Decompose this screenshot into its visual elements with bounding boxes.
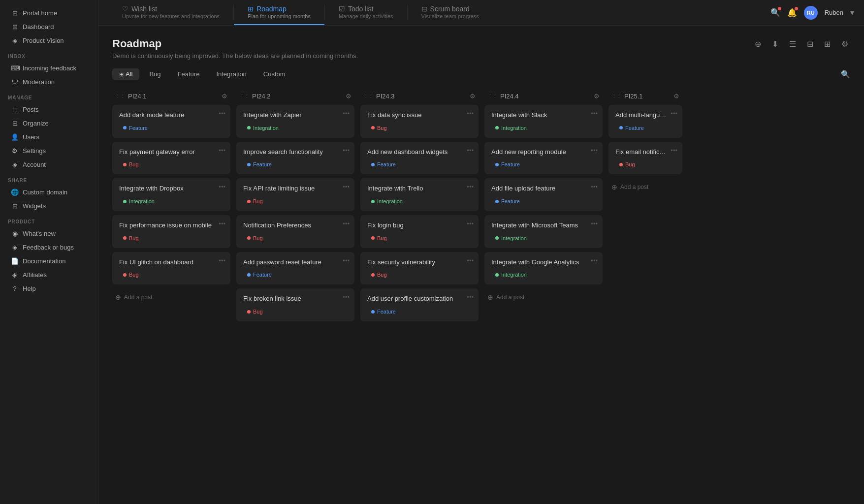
card-c9[interactable]: ••• Notification Preferences Bug (236, 215, 354, 248)
card-c20[interactable]: ••• Add file upload feature Feature (484, 178, 603, 211)
card-menu-c15[interactable]: ••• (467, 220, 474, 227)
card-menu-c5[interactable]: ••• (219, 257, 225, 264)
card-c22[interactable]: ••• Integrate with Google Analytics Inte… (484, 252, 603, 285)
sidebar-item-documentation[interactable]: 📄Documentation (3, 254, 95, 268)
nav-tab-todo-list[interactable]: ☑ Todo listManage daily activities (325, 0, 407, 25)
sidebar-item-affiliates[interactable]: ◈Affiliates (3, 268, 95, 282)
card-menu-c16[interactable]: ••• (467, 257, 474, 264)
card-c12[interactable]: ••• Fix data sync issue Bug (360, 105, 479, 138)
column-settings-icon-pi24-1[interactable]: ⚙ (222, 93, 227, 100)
user-dropdown-chevron-icon[interactable]: ▾ (850, 8, 854, 17)
sidebar-item-dashboard[interactable]: ⊟Dashboard (3, 20, 95, 33)
card-menu-c7[interactable]: ••• (343, 147, 350, 154)
card-c5[interactable]: ••• Fix UI glitch on dashboard Bug (112, 252, 230, 285)
card-menu-c13[interactable]: ••• (467, 147, 474, 154)
column-settings-icon-pi25-1[interactable]: ⚙ (673, 93, 679, 100)
grid-view-icon[interactable]: ⊞ (822, 37, 832, 51)
list-view-icon[interactable]: ☰ (787, 37, 798, 51)
card-c15[interactable]: ••• Fix login bug Bug (360, 215, 479, 248)
filter-tag-feature[interactable]: Feature (171, 68, 207, 80)
card-c1[interactable]: ••• Add dark mode feature Feature (112, 105, 230, 138)
card-menu-c20[interactable]: ••• (591, 183, 598, 190)
card-c3[interactable]: ••• Integrate with Dropbox Integration (112, 178, 230, 211)
card-menu-c4[interactable]: ••• (219, 220, 225, 227)
sidebar-item-posts[interactable]: ◻Posts (3, 103, 95, 116)
card-menu-c21[interactable]: ••• (591, 220, 598, 227)
sidebar-item-incoming-feedback[interactable]: ⌨Incoming feedback (3, 62, 95, 75)
sidebar-item-custom-domain[interactable]: 🌐Custom domain (3, 186, 95, 199)
sidebar-item-moderation[interactable]: 🛡Moderation (3, 75, 95, 89)
card-tag-c13: Feature (367, 160, 400, 168)
card-c6[interactable]: ••• Integrate with Zapier Integration (236, 105, 354, 138)
card-c4[interactable]: ••• Fix performance issue on mobile Bug (112, 215, 230, 248)
card-c8[interactable]: ••• Fix API rate limiting issue Bug (236, 178, 354, 211)
column-settings-icon-pi24-4[interactable]: ⚙ (594, 93, 600, 100)
sidebar-item-help[interactable]: ?Help (3, 282, 95, 295)
card-c7[interactable]: ••• Improve search functionality Feature (236, 142, 354, 175)
column-settings-icon-pi24-3[interactable]: ⚙ (470, 93, 476, 100)
card-c17[interactable]: ••• Add user profile customization Featu… (360, 288, 479, 321)
card-c14[interactable]: ••• Integrate with Trello Integration (360, 178, 479, 211)
sidebar-item-feedback-or-bugs[interactable]: ◈Feedback or bugs (3, 241, 95, 254)
card-menu-c18[interactable]: ••• (591, 110, 598, 117)
filter-tag-custom[interactable]: Custom (256, 68, 292, 80)
card-c24[interactable]: ••• Fix email notification bug Bug (608, 142, 682, 175)
add-post-btn-pi25-1[interactable]: ⊕Add a post (608, 179, 682, 195)
filter-tag-all[interactable]: ⊞All (112, 68, 139, 80)
sidebar-item-widgets[interactable]: ⊟Widgets (3, 199, 95, 213)
sidebar-item-portal-home[interactable]: ⊞Portal home (3, 6, 95, 20)
card-c11[interactable]: ••• Fix broken link issue Bug (236, 288, 354, 321)
card-menu-c22[interactable]: ••• (591, 257, 598, 264)
add-post-btn-pi24-4[interactable]: ⊕Add a post (484, 289, 603, 305)
add-icon[interactable]: ⊕ (753, 37, 763, 51)
sidebar-item-users[interactable]: 👤Users (3, 130, 95, 144)
sidebar-item-organize[interactable]: ⊞Organize (3, 117, 95, 130)
card-menu-c6[interactable]: ••• (343, 110, 350, 117)
card-c16[interactable]: ••• Fix security vulnerability Bug (360, 252, 479, 285)
card-menu-c11[interactable]: ••• (343, 293, 350, 301)
filter-tag-bug[interactable]: Bug (142, 68, 167, 80)
card-menu-c19[interactable]: ••• (591, 147, 598, 154)
column-header-pi25-1: ⋮⋮ PI25.1 ⚙ (608, 89, 682, 105)
download-icon[interactable]: ⬇ (770, 37, 780, 51)
settings-icon[interactable]: ⚙ (839, 37, 850, 51)
card-menu-c12[interactable]: ••• (467, 110, 474, 117)
card-menu-c24[interactable]: ••• (671, 147, 677, 154)
nav-tab-roadmap[interactable]: ⊞ RoadmapPlan for upcoming months (234, 0, 324, 25)
sidebar-item-whats-new[interactable]: ◉What's new (3, 227, 95, 240)
card-tag-c17: Feature (367, 308, 400, 315)
card-c21[interactable]: ••• Integrate with Microsoft Teams Integ… (484, 215, 603, 248)
nav-tab-scrum-board[interactable]: ⊟ Scrum boardVisualize team progress (408, 0, 493, 25)
nav-tab-wish-list[interactable]: ♡ Wish listUpvote for new features and i… (108, 0, 233, 25)
notification-bell-icon[interactable]: 🔔 (787, 8, 797, 17)
column-settings-icon-pi24-2[interactable]: ⚙ (346, 93, 352, 100)
card-menu-c8[interactable]: ••• (343, 183, 350, 190)
card-menu-c9[interactable]: ••• (343, 220, 350, 227)
card-menu-c23[interactable]: ••• (671, 110, 677, 117)
column-title-pi24-1: PI24.1 (128, 93, 147, 100)
card-c10[interactable]: ••• Add password reset feature Feature (236, 252, 354, 285)
card-menu-c14[interactable]: ••• (467, 183, 474, 190)
user-name[interactable]: Ruben (825, 9, 843, 16)
filter-tag-integration[interactable]: Integration (209, 68, 253, 80)
card-menu-c17[interactable]: ••• (467, 293, 474, 301)
card-c23[interactable]: ••• Add multi-language support Feature (608, 105, 682, 138)
avatar[interactable]: RU (804, 6, 818, 20)
filter-search-icon[interactable]: 🔍 (841, 70, 850, 79)
card-menu-c2[interactable]: ••• (219, 147, 225, 154)
card-c18[interactable]: ••• Integrate with Slack Integration (484, 105, 603, 138)
card-c19[interactable]: ••• Add new reporting module Feature (484, 142, 603, 175)
columns-view-icon[interactable]: ⊟ (805, 37, 815, 51)
sidebar-item-settings[interactable]: ⚙Settings (3, 144, 95, 158)
sidebar-item-product-vision[interactable]: ◈Product Vision (3, 34, 95, 47)
add-post-btn-pi24-1[interactable]: ⊕Add a post (112, 289, 230, 305)
search-icon[interactable]: 🔍 (770, 8, 780, 17)
tag-dot-c1 (123, 126, 127, 129)
card-menu-c3[interactable]: ••• (219, 183, 225, 190)
main-area: ♡ Wish listUpvote for new features and i… (98, 0, 864, 504)
sidebar-item-account[interactable]: ◈Account (3, 158, 95, 171)
card-c13[interactable]: ••• Add new dashboard widgets Feature (360, 142, 479, 175)
card-menu-c1[interactable]: ••• (219, 110, 225, 117)
card-c2[interactable]: ••• Fix payment gateway error Bug (112, 142, 230, 175)
card-menu-c10[interactable]: ••• (343, 257, 350, 264)
